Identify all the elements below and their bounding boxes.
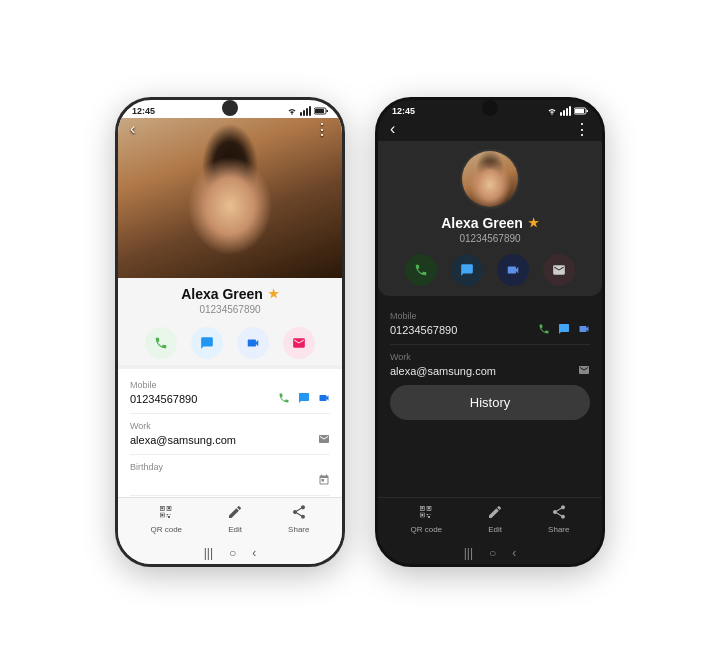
hero-image: ‹ ⋮ [118,118,342,278]
mobile-call-icon[interactable] [278,392,290,406]
nav-top-light: ‹ ⋮ [118,118,342,141]
edit-button-light[interactable]: Edit [227,504,243,534]
bottom-bar-light: QR code Edit Share [118,497,342,542]
wifi-icon-dark [547,107,557,115]
mobile-msg-icon[interactable] [298,392,310,406]
qr-icon-dark [418,504,434,523]
work-value-dark: alexa@samsung.com [390,364,590,377]
share-icon-dark [551,504,567,523]
share-button-dark[interactable]: Share [548,504,569,534]
email-button-light[interactable] [283,327,315,359]
gesture-recent-light[interactable]: ||| [204,546,213,560]
contact-number-light: 01234567890 [130,304,330,315]
status-bar-light: 12:45 [118,100,342,118]
qr-code-button-light[interactable]: QR code [151,504,183,534]
svg-rect-6 [575,109,584,113]
video-icon-dark [506,263,520,277]
menu-button-light[interactable]: ⋮ [314,120,330,139]
contact-info-light: Alexa Green ★ 01234567890 [118,278,342,319]
signal-icon-dark [560,106,571,116]
avatar-face-dark [462,151,518,207]
msg-icon-light [200,336,214,350]
gesture-home-light[interactable]: ○ [229,546,236,560]
star-icon-light[interactable]: ★ [268,287,279,301]
work-email-icon[interactable] [318,433,330,447]
video-icon-light [246,336,260,350]
back-button-light[interactable]: ‹ [130,120,135,138]
gesture-back-light[interactable]: ‹ [252,546,256,560]
contact-name-light: Alexa Green ★ [130,286,330,302]
history-button-dark[interactable]: History [390,385,590,420]
qr-label-dark: QR code [411,525,443,534]
time-dark: 12:45 [392,106,415,116]
details-section-dark: Mobile 01234567890 [378,300,602,377]
video-button-light[interactable] [237,327,269,359]
signal-icon [300,106,311,116]
status-icons-light [287,106,328,116]
contact-number-dark: 01234567890 [398,233,582,244]
birthday-icons-light [318,474,330,488]
work-email-dark[interactable] [578,364,590,377]
hero-face [118,118,342,278]
svg-rect-2 [315,109,324,113]
status-bar-dark: 12:45 [378,100,602,118]
svg-rect-7 [587,110,589,112]
spacer-dark [378,428,602,497]
menu-button-dark[interactable]: ⋮ [574,120,590,139]
qr-label-light: QR code [151,525,183,534]
contact-name-dark: Alexa Green ★ [398,215,582,231]
bottom-bar-dark: QR code Edit Share [378,497,602,542]
qr-code-button-dark[interactable]: QR code [411,504,443,534]
action-row-light [118,319,342,365]
call-button-dark[interactable] [405,254,437,286]
mobile-icons-light [278,392,330,406]
star-icon-dark[interactable]: ★ [528,216,539,230]
nav-dark: ‹ ⋮ [378,118,602,141]
work-value-light: alexa@samsung.com [130,433,330,447]
work-label-dark: Work [390,352,590,362]
call-button-light[interactable] [145,327,177,359]
mobile-msg-dark[interactable] [558,323,570,337]
gesture-recent-dark[interactable]: ||| [464,546,473,560]
call-icon-light [154,336,168,350]
work-icons-dark [578,364,590,377]
dark-phone: 12:45 [375,97,605,567]
avatar-dark [460,149,520,209]
battery-icon-dark [574,107,588,115]
contact-info-dark: Alexa Green ★ 01234567890 [398,215,582,248]
email-icon-dark [552,263,566,277]
gesture-home-dark[interactable]: ○ [489,546,496,560]
status-icons-dark [547,106,588,116]
birthday-calendar-icon[interactable] [318,474,330,488]
edit-button-dark[interactable]: Edit [487,504,503,534]
video-button-dark[interactable] [497,254,529,286]
wifi-icon [287,107,297,115]
gesture-back-dark[interactable]: ‹ [512,546,516,560]
share-label-dark: Share [548,525,569,534]
svg-rect-3 [327,110,329,112]
mobile-video-icon[interactable] [318,392,330,406]
back-button-dark[interactable]: ‹ [390,120,395,139]
work-icons-light [318,433,330,447]
email-button-dark[interactable] [543,254,575,286]
mobile-row-light: Mobile 01234567890 [130,373,330,414]
work-label-light: Work [130,421,330,431]
gesture-bar-dark: ||| ○ ‹ [378,542,602,564]
share-label-light: Share [288,525,309,534]
msg-icon-dark [460,263,474,277]
message-button-light[interactable] [191,327,223,359]
mobile-value-dark: 01234567890 [390,323,590,337]
mobile-value-light: 01234567890 [130,392,330,406]
edit-icon-light [227,504,243,523]
message-button-dark[interactable] [451,254,483,286]
work-row-dark: Work alexa@samsung.com [390,345,590,377]
details-section-light: Mobile 01234567890 [118,369,342,497]
light-phone-wrapper: 12:45 [115,97,345,567]
gesture-bar-light: ||| ○ ‹ [118,542,342,564]
call-icon-dark [414,263,428,277]
share-button-light[interactable]: Share [288,504,309,534]
email-icon-light [292,336,306,350]
time-light: 12:45 [132,106,155,116]
mobile-video-dark[interactable] [578,323,590,337]
mobile-call-dark[interactable] [538,323,550,337]
